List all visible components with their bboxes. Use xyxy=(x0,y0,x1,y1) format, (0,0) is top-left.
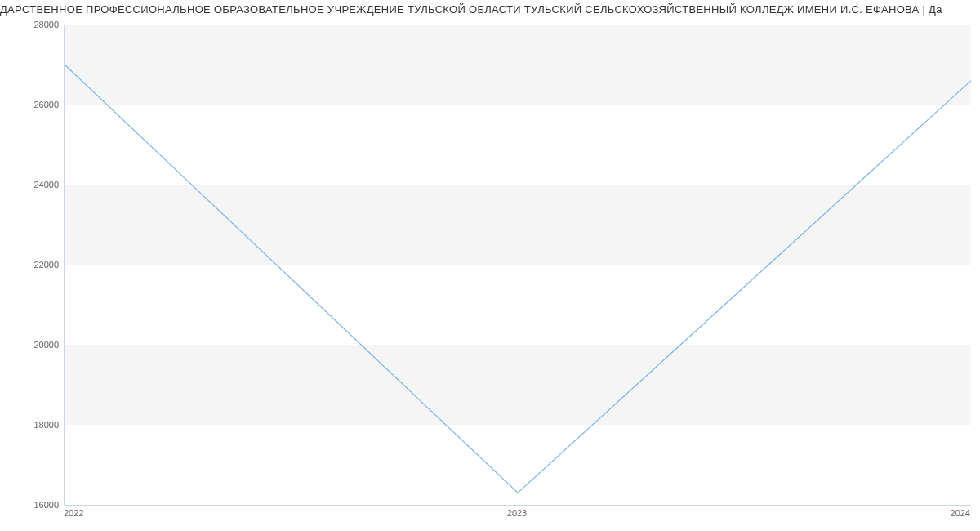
y-tick-label: 24000 xyxy=(10,180,59,190)
y-tick-label: 16000 xyxy=(10,500,59,510)
y-tick-label: 28000 xyxy=(10,20,59,29)
y-tick-label: 20000 xyxy=(10,340,59,350)
chart-title: ДАРСТВЕННОЕ ПРОФЕССИОНАЛЬНОЕ ОБРАЗОВАТЕЛ… xyxy=(0,3,980,16)
y-tick-label: 22000 xyxy=(10,260,59,270)
line-series xyxy=(65,25,971,505)
x-tick-label: 2023 xyxy=(507,508,527,518)
y-tick-label: 18000 xyxy=(10,420,59,430)
plot-area xyxy=(64,25,971,506)
x-tick-label: 2024 xyxy=(951,508,970,518)
y-tick-label: 26000 xyxy=(10,100,59,109)
x-tick-label: 2022 xyxy=(64,508,83,518)
